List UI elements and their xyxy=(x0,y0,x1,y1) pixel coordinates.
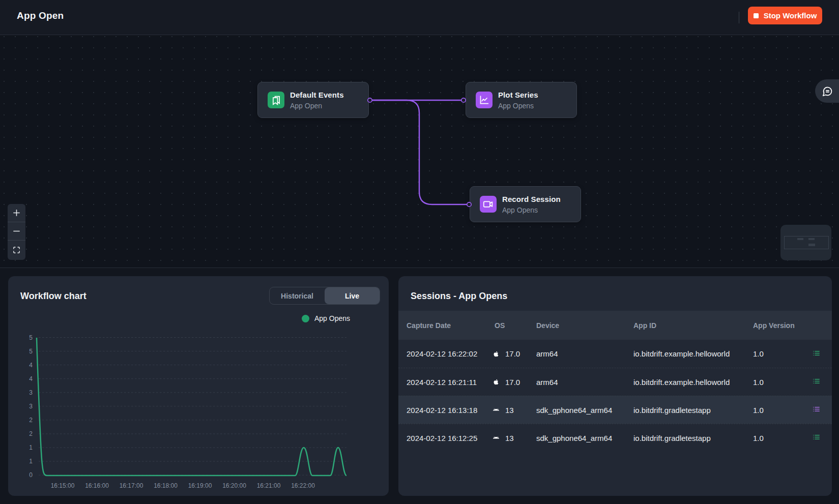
svg-text:1: 1 xyxy=(29,458,33,465)
svg-text:16:17:00: 16:17:00 xyxy=(120,482,143,489)
svg-text:4: 4 xyxy=(29,375,33,382)
svg-text:1: 1 xyxy=(29,444,33,451)
svg-text:16:16:00: 16:16:00 xyxy=(85,482,109,489)
svg-text:5: 5 xyxy=(29,334,33,341)
svg-text:16:21:00: 16:21:00 xyxy=(257,482,281,489)
svg-text:4: 4 xyxy=(29,362,33,369)
svg-text:2: 2 xyxy=(29,430,33,437)
svg-text:5: 5 xyxy=(29,348,33,355)
svg-text:16:18:00: 16:18:00 xyxy=(154,482,178,489)
svg-text:0: 0 xyxy=(29,471,33,479)
svg-text:3: 3 xyxy=(29,403,33,410)
svg-text:16:22:00: 16:22:00 xyxy=(291,482,315,489)
svg-text:16:19:00: 16:19:00 xyxy=(188,482,212,489)
svg-text:2: 2 xyxy=(29,417,33,424)
svg-text:3: 3 xyxy=(29,389,33,396)
svg-text:16:20:00: 16:20:00 xyxy=(222,482,246,489)
svg-text:16:15:00: 16:15:00 xyxy=(51,482,75,489)
